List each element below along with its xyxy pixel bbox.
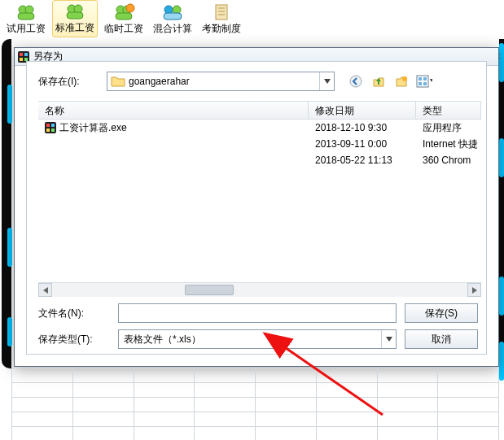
new-folder-icon[interactable]	[393, 73, 410, 89]
toolbar-item-temp-salary[interactable]: 临时工资	[101, 0, 147, 37]
location-text: goangaerahar	[129, 76, 319, 87]
toolbar-label: 考勤制度	[202, 22, 241, 36]
toolbar-label: 标准工资	[55, 21, 94, 35]
list-item[interactable]: 2013-09-11 0:00 Internet 快捷	[38, 136, 481, 152]
up-icon[interactable]	[370, 73, 387, 89]
svg-rect-27	[419, 82, 422, 85]
scroll-right-icon[interactable]	[467, 283, 481, 297]
toolbar-item-trial-salary[interactable]: 试用工资	[3, 0, 49, 37]
filename-input[interactable]	[118, 303, 397, 323]
save-button[interactable]: 保存(S)	[405, 303, 478, 323]
toolbar-item-attendance[interactable]: 考勤制度	[199, 0, 244, 37]
toolbar-label: 试用工资	[7, 22, 46, 36]
views-icon[interactable]	[416, 73, 432, 89]
save-as-dialog: 另存为 保存在(I): goangaerahar 名称 修改日期 类型	[14, 47, 499, 367]
back-icon[interactable]	[348, 73, 364, 89]
list-item[interactable]: 工资计算器.exe 2018-12-10 9:30 应用程序	[38, 120, 481, 136]
svg-rect-25	[419, 77, 422, 81]
filetype-combo[interactable]: 表格文件（*.xls）	[118, 329, 397, 349]
svg-rect-26	[423, 77, 427, 81]
svg-rect-33	[51, 129, 55, 132]
file-type: 360 Chrom	[416, 155, 481, 166]
folder-icon	[111, 75, 125, 88]
file-type: 应用程序	[416, 121, 481, 135]
svg-rect-12	[164, 13, 182, 20]
save-in-label: 保存在(I):	[38, 75, 99, 89]
scroll-left-icon[interactable]	[38, 283, 52, 297]
file-type: Internet 快捷	[416, 137, 481, 151]
app-icon	[45, 122, 56, 133]
horizontal-scrollbar[interactable]	[38, 282, 481, 297]
toolbar-label: 混合计算	[153, 22, 192, 36]
file-date: 2013-09-11 0:00	[309, 138, 416, 150]
svg-rect-8	[116, 13, 132, 20]
file-name: 工资计算器.exe	[59, 121, 127, 135]
svg-rect-5	[67, 12, 83, 19]
top-toolbar: 试用工资 标准工资 临时工资 混合计算 考勤制度	[0, 0, 499, 37]
toolbar-label: 临时工资	[104, 22, 143, 36]
svg-rect-31	[51, 124, 55, 127]
toolbar-item-standard-salary[interactable]: 标准工资	[52, 0, 98, 37]
cancel-button[interactable]: 取消	[405, 329, 478, 349]
toolbar-item-mixed-calc[interactable]: 混合计算	[150, 0, 195, 37]
svg-rect-13	[216, 5, 227, 20]
col-date[interactable]: 修改日期	[309, 102, 416, 119]
scroll-thumb[interactable]	[185, 285, 234, 295]
svg-rect-28	[423, 82, 427, 85]
spreadsheet-grid[interactable]	[11, 368, 499, 440]
svg-rect-32	[46, 129, 50, 132]
column-headers[interactable]: 名称 修改日期 类型	[38, 102, 481, 120]
svg-rect-18	[20, 53, 23, 56]
location-combo[interactable]: goangaerahar	[107, 72, 335, 91]
list-item[interactable]: 2018-05-22 11:13 360 Chrom	[38, 152, 481, 168]
svg-rect-20	[20, 58, 23, 61]
svg-rect-2	[18, 13, 34, 20]
filename-label: 文件名(N):	[38, 307, 110, 320]
svg-point-22	[350, 76, 362, 87]
col-type[interactable]: 类型	[416, 102, 481, 119]
file-list: 名称 修改日期 类型 工资计算器.exe 2018-12-10 9:30 应用程…	[38, 101, 481, 297]
filetype-text: 表格文件（*.xls）	[119, 333, 381, 346]
svg-rect-21	[24, 58, 28, 61]
file-date: 2018-12-10 9:30	[309, 122, 416, 133]
filetype-label: 保存类型(T):	[38, 333, 110, 346]
svg-rect-30	[46, 124, 50, 127]
chevron-down-icon[interactable]	[381, 330, 396, 348]
file-date: 2018-05-22 11:13	[309, 155, 416, 166]
col-name[interactable]: 名称	[38, 102, 309, 119]
svg-point-23	[402, 76, 407, 81]
svg-point-9	[126, 4, 134, 12]
chevron-down-icon[interactable]	[319, 72, 334, 90]
svg-rect-19	[24, 53, 28, 56]
